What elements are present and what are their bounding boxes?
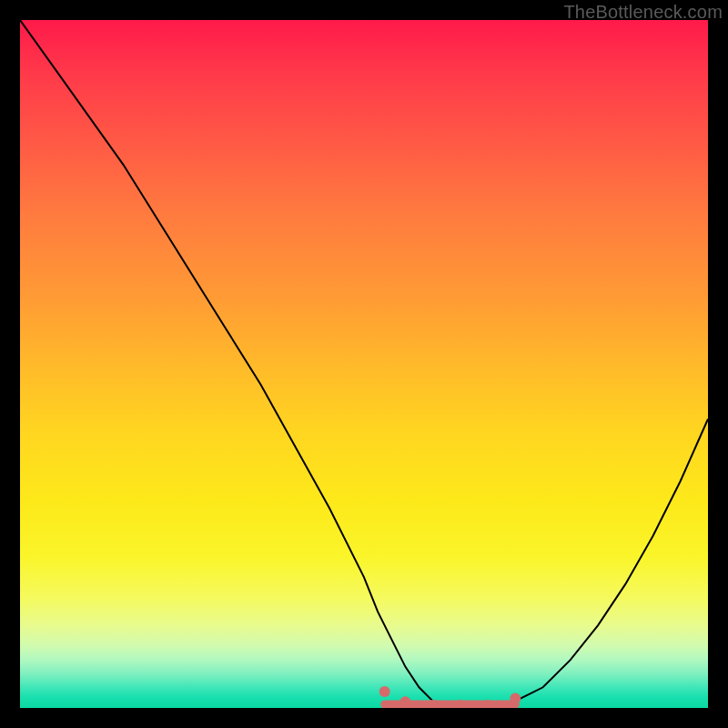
chart-frame: TheBottleneck.com [0, 0, 728, 728]
plot-area [20, 20, 708, 708]
tolerance-marker [379, 686, 390, 697]
curve-layer [20, 20, 708, 708]
chart-svg [20, 20, 708, 708]
curve-left-arm [20, 20, 488, 708]
curve-right-arm [447, 420, 708, 709]
watermark-text: TheBottleneck.com [563, 2, 723, 23]
tolerance-marker [399, 696, 410, 707]
tolerance-marker [510, 693, 521, 703]
